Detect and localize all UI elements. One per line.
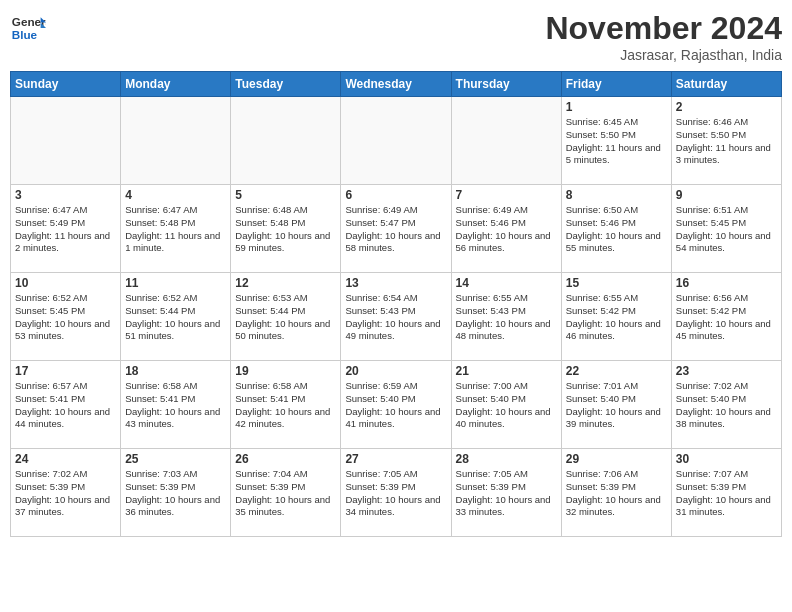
weekday-header-monday: Monday (121, 72, 231, 97)
calendar-cell (231, 97, 341, 185)
day-number: 24 (15, 452, 116, 466)
day-info: Sunrise: 7:02 AM Sunset: 5:39 PM Dayligh… (15, 468, 116, 519)
calendar-cell: 18Sunrise: 6:58 AM Sunset: 5:41 PM Dayli… (121, 361, 231, 449)
calendar-cell (121, 97, 231, 185)
day-info: Sunrise: 6:52 AM Sunset: 5:45 PM Dayligh… (15, 292, 116, 343)
calendar-cell: 28Sunrise: 7:05 AM Sunset: 5:39 PM Dayli… (451, 449, 561, 537)
day-info: Sunrise: 6:54 AM Sunset: 5:43 PM Dayligh… (345, 292, 446, 343)
day-info: Sunrise: 7:01 AM Sunset: 5:40 PM Dayligh… (566, 380, 667, 431)
day-info: Sunrise: 6:53 AM Sunset: 5:44 PM Dayligh… (235, 292, 336, 343)
day-number: 27 (345, 452, 446, 466)
week-row-1: 1Sunrise: 6:45 AM Sunset: 5:50 PM Daylig… (11, 97, 782, 185)
calendar-cell: 13Sunrise: 6:54 AM Sunset: 5:43 PM Dayli… (341, 273, 451, 361)
day-number: 28 (456, 452, 557, 466)
calendar-cell: 19Sunrise: 6:58 AM Sunset: 5:41 PM Dayli… (231, 361, 341, 449)
day-info: Sunrise: 6:48 AM Sunset: 5:48 PM Dayligh… (235, 204, 336, 255)
day-number: 20 (345, 364, 446, 378)
day-number: 29 (566, 452, 667, 466)
day-info: Sunrise: 6:56 AM Sunset: 5:42 PM Dayligh… (676, 292, 777, 343)
calendar-cell: 15Sunrise: 6:55 AM Sunset: 5:42 PM Dayli… (561, 273, 671, 361)
calendar-cell: 30Sunrise: 7:07 AM Sunset: 5:39 PM Dayli… (671, 449, 781, 537)
day-info: Sunrise: 6:55 AM Sunset: 5:42 PM Dayligh… (566, 292, 667, 343)
title-area: November 2024 Jasrasar, Rajasthan, India (545, 10, 782, 63)
day-info: Sunrise: 6:55 AM Sunset: 5:43 PM Dayligh… (456, 292, 557, 343)
calendar-cell: 16Sunrise: 6:56 AM Sunset: 5:42 PM Dayli… (671, 273, 781, 361)
week-row-5: 24Sunrise: 7:02 AM Sunset: 5:39 PM Dayli… (11, 449, 782, 537)
page-header: General Blue November 2024 Jasrasar, Raj… (10, 10, 782, 63)
day-info: Sunrise: 7:02 AM Sunset: 5:40 PM Dayligh… (676, 380, 777, 431)
day-info: Sunrise: 6:58 AM Sunset: 5:41 PM Dayligh… (235, 380, 336, 431)
day-number: 25 (125, 452, 226, 466)
day-info: Sunrise: 6:50 AM Sunset: 5:46 PM Dayligh… (566, 204, 667, 255)
day-number: 15 (566, 276, 667, 290)
weekday-header-tuesday: Tuesday (231, 72, 341, 97)
calendar-cell: 14Sunrise: 6:55 AM Sunset: 5:43 PM Dayli… (451, 273, 561, 361)
calendar-cell: 11Sunrise: 6:52 AM Sunset: 5:44 PM Dayli… (121, 273, 231, 361)
calendar-cell: 4Sunrise: 6:47 AM Sunset: 5:48 PM Daylig… (121, 185, 231, 273)
day-number: 4 (125, 188, 226, 202)
calendar-cell: 25Sunrise: 7:03 AM Sunset: 5:39 PM Dayli… (121, 449, 231, 537)
day-number: 2 (676, 100, 777, 114)
calendar-cell: 17Sunrise: 6:57 AM Sunset: 5:41 PM Dayli… (11, 361, 121, 449)
weekday-header-saturday: Saturday (671, 72, 781, 97)
day-number: 5 (235, 188, 336, 202)
day-info: Sunrise: 6:49 AM Sunset: 5:46 PM Dayligh… (456, 204, 557, 255)
day-number: 19 (235, 364, 336, 378)
day-number: 21 (456, 364, 557, 378)
weekday-header-friday: Friday (561, 72, 671, 97)
weekday-header-sunday: Sunday (11, 72, 121, 97)
calendar-cell: 24Sunrise: 7:02 AM Sunset: 5:39 PM Dayli… (11, 449, 121, 537)
day-info: Sunrise: 7:03 AM Sunset: 5:39 PM Dayligh… (125, 468, 226, 519)
day-info: Sunrise: 7:00 AM Sunset: 5:40 PM Dayligh… (456, 380, 557, 431)
day-info: Sunrise: 6:47 AM Sunset: 5:48 PM Dayligh… (125, 204, 226, 255)
calendar-cell: 29Sunrise: 7:06 AM Sunset: 5:39 PM Dayli… (561, 449, 671, 537)
day-number: 11 (125, 276, 226, 290)
calendar: SundayMondayTuesdayWednesdayThursdayFrid… (10, 71, 782, 537)
calendar-cell: 27Sunrise: 7:05 AM Sunset: 5:39 PM Dayli… (341, 449, 451, 537)
calendar-cell: 2Sunrise: 6:46 AM Sunset: 5:50 PM Daylig… (671, 97, 781, 185)
calendar-cell: 1Sunrise: 6:45 AM Sunset: 5:50 PM Daylig… (561, 97, 671, 185)
day-info: Sunrise: 6:59 AM Sunset: 5:40 PM Dayligh… (345, 380, 446, 431)
calendar-cell: 3Sunrise: 6:47 AM Sunset: 5:49 PM Daylig… (11, 185, 121, 273)
calendar-cell (11, 97, 121, 185)
logo-icon: General Blue (10, 10, 46, 46)
day-info: Sunrise: 6:46 AM Sunset: 5:50 PM Dayligh… (676, 116, 777, 167)
calendar-cell: 5Sunrise: 6:48 AM Sunset: 5:48 PM Daylig… (231, 185, 341, 273)
week-row-2: 3Sunrise: 6:47 AM Sunset: 5:49 PM Daylig… (11, 185, 782, 273)
day-number: 9 (676, 188, 777, 202)
day-info: Sunrise: 6:47 AM Sunset: 5:49 PM Dayligh… (15, 204, 116, 255)
day-number: 12 (235, 276, 336, 290)
calendar-cell: 8Sunrise: 6:50 AM Sunset: 5:46 PM Daylig… (561, 185, 671, 273)
weekday-header-wednesday: Wednesday (341, 72, 451, 97)
day-info: Sunrise: 6:45 AM Sunset: 5:50 PM Dayligh… (566, 116, 667, 167)
calendar-cell: 12Sunrise: 6:53 AM Sunset: 5:44 PM Dayli… (231, 273, 341, 361)
week-row-3: 10Sunrise: 6:52 AM Sunset: 5:45 PM Dayli… (11, 273, 782, 361)
day-number: 30 (676, 452, 777, 466)
day-number: 16 (676, 276, 777, 290)
logo: General Blue (10, 10, 46, 46)
day-info: Sunrise: 6:57 AM Sunset: 5:41 PM Dayligh… (15, 380, 116, 431)
day-info: Sunrise: 7:07 AM Sunset: 5:39 PM Dayligh… (676, 468, 777, 519)
day-number: 1 (566, 100, 667, 114)
weekday-header-row: SundayMondayTuesdayWednesdayThursdayFrid… (11, 72, 782, 97)
day-number: 10 (15, 276, 116, 290)
day-info: Sunrise: 6:51 AM Sunset: 5:45 PM Dayligh… (676, 204, 777, 255)
day-number: 3 (15, 188, 116, 202)
weekday-header-thursday: Thursday (451, 72, 561, 97)
week-row-4: 17Sunrise: 6:57 AM Sunset: 5:41 PM Dayli… (11, 361, 782, 449)
day-number: 8 (566, 188, 667, 202)
day-info: Sunrise: 7:05 AM Sunset: 5:39 PM Dayligh… (345, 468, 446, 519)
calendar-cell: 26Sunrise: 7:04 AM Sunset: 5:39 PM Dayli… (231, 449, 341, 537)
calendar-cell: 20Sunrise: 6:59 AM Sunset: 5:40 PM Dayli… (341, 361, 451, 449)
calendar-cell: 21Sunrise: 7:00 AM Sunset: 5:40 PM Dayli… (451, 361, 561, 449)
calendar-cell: 10Sunrise: 6:52 AM Sunset: 5:45 PM Dayli… (11, 273, 121, 361)
location: Jasrasar, Rajasthan, India (545, 47, 782, 63)
day-info: Sunrise: 7:04 AM Sunset: 5:39 PM Dayligh… (235, 468, 336, 519)
calendar-cell (451, 97, 561, 185)
calendar-cell: 7Sunrise: 6:49 AM Sunset: 5:46 PM Daylig… (451, 185, 561, 273)
day-number: 13 (345, 276, 446, 290)
day-info: Sunrise: 6:49 AM Sunset: 5:47 PM Dayligh… (345, 204, 446, 255)
day-info: Sunrise: 6:52 AM Sunset: 5:44 PM Dayligh… (125, 292, 226, 343)
calendar-cell (341, 97, 451, 185)
calendar-cell: 9Sunrise: 6:51 AM Sunset: 5:45 PM Daylig… (671, 185, 781, 273)
